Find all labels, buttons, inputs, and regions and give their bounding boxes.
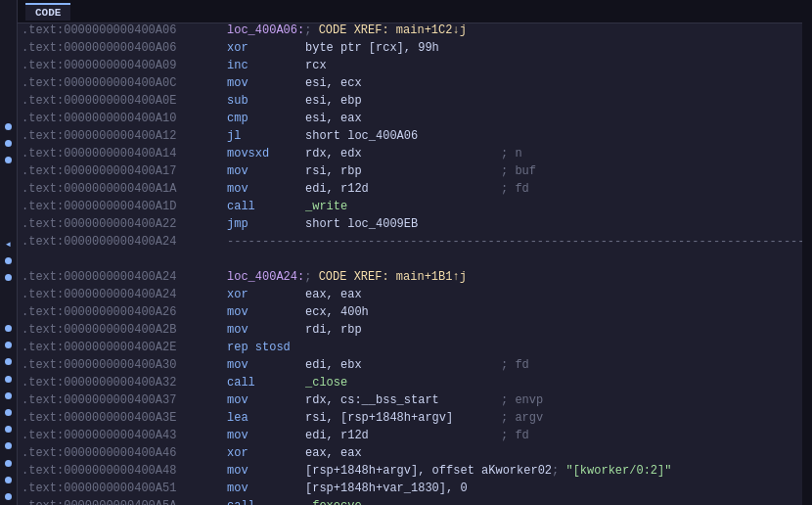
- code-line[interactable]: .text:0000000000400A26 movecx, 400h: [18, 305, 802, 323]
- operands: rsi, [rsp+1848h+argv]: [305, 411, 501, 425]
- code-line[interactable]: .text:0000000000400A12 jlshort loc_400A0…: [18, 129, 802, 147]
- operands: edi, ebx: [305, 358, 501, 372]
- address: .text:0000000000400A12: [22, 129, 227, 143]
- address: .text:0000000000400A43: [22, 429, 227, 442]
- address: .text:0000000000400A26: [22, 305, 227, 319]
- gutter-dot: [4, 236, 14, 252]
- mnemonic: rep stosd: [227, 341, 305, 354]
- code-line[interactable]: .text:0000000000400A5A call_fexecve: [18, 499, 802, 505]
- address: .text:0000000000400A37: [22, 393, 227, 407]
- address: .text:0000000000400A30: [22, 358, 227, 372]
- operands: rsi, rbp: [305, 164, 501, 178]
- address: .text:0000000000400A2E: [22, 341, 227, 354]
- code-line[interactable]: .text:0000000000400A0E subesi, ebp: [18, 94, 802, 112]
- code-line[interactable]: .text:0000000000400A06 xorbyte ptr [rcx]…: [18, 41, 802, 59]
- gutter-dot: [4, 337, 14, 353]
- code-view: CODE .text:0000000000400A06loc_400A06: ;…: [0, 0, 812, 505]
- scrollbar[interactable]: [802, 0, 812, 505]
- comment: ; "[kworker/0:2]": [552, 464, 671, 478]
- gutter-dot: [4, 202, 14, 218]
- gutter-dot: [4, 219, 14, 236]
- code-line[interactable]: .text:0000000000400A3E learsi, [rsp+1848…: [18, 411, 802, 429]
- gutter-dot: [4, 101, 14, 117]
- mnemonic: xor: [227, 41, 305, 55]
- label: loc_400A24:: [227, 270, 304, 284]
- operands: esi, ebp: [305, 94, 501, 108]
- gutter-dot: [4, 68, 14, 84]
- gutter-dot: [4, 117, 14, 134]
- separator-line: ----------------------------------------…: [227, 235, 802, 249]
- comment: ; fd: [501, 358, 529, 372]
- code-line[interactable]: .text:0000000000400A2B movrdi, rbp: [18, 323, 802, 341]
- code-line[interactable]: .text:0000000000400A37 movrdx, cs:__bss_…: [18, 393, 802, 411]
- code-line[interactable]: .text:0000000000400A2E rep stosd: [18, 341, 802, 358]
- mnemonic: xor: [227, 288, 305, 301]
- code-content[interactable]: .text:0000000000400A06loc_400A06: ; CODE…: [18, 23, 802, 505]
- code-line[interactable]: .text:0000000000400A09 incrcx: [18, 59, 802, 76]
- code-line[interactable]: .text:0000000000400A24loc_400A24: ; CODE…: [18, 270, 802, 288]
- address: .text:0000000000400A09: [22, 59, 227, 72]
- code-tab[interactable]: CODE: [25, 3, 70, 21]
- gutter-dot: [4, 252, 14, 269]
- operands: rcx: [305, 59, 501, 72]
- mnemonic: mov: [227, 482, 305, 495]
- xref-text: CODE XREF: main+1B1↑j: [319, 270, 467, 284]
- address: .text:0000000000400A48: [22, 464, 227, 478]
- operands: _fexecve: [305, 499, 501, 505]
- address: .text:0000000000400A0C: [22, 76, 227, 90]
- code-line[interactable]: .text:0000000000400A1A movedi, r12d; fd: [18, 182, 802, 200]
- operands: short loc_4009EB: [305, 217, 501, 231]
- gutter-dot: [4, 472, 14, 488]
- gutter-dot: [4, 168, 14, 185]
- xref-text: CODE XREF: main+1C2↓j: [319, 23, 467, 37]
- code-line[interactable]: .text:0000000000400A46 xoreax, eax: [18, 446, 802, 464]
- operands: _close: [305, 376, 501, 390]
- header-bar: CODE: [18, 0, 802, 23]
- mnemonic: call: [227, 499, 305, 505]
- gutter-dot: [4, 84, 14, 101]
- code-line[interactable]: .text:0000000000400A10 cmpesi, eax: [18, 112, 802, 129]
- gutter-dot: [4, 320, 14, 337]
- operands: short loc_400A06: [305, 129, 501, 143]
- operands: eax, eax: [305, 446, 501, 460]
- label: loc_400A06:: [227, 23, 304, 37]
- mnemonic: mov: [227, 305, 305, 319]
- operands: edi, r12d: [305, 429, 501, 442]
- code-line[interactable]: .text:0000000000400A17 movrsi, rbp; buf: [18, 164, 802, 182]
- address: .text:0000000000400A46: [22, 446, 227, 460]
- code-line[interactable]: .text:0000000000400A32 call_close: [18, 376, 802, 393]
- gutter-dot: [4, 286, 14, 302]
- code-line[interactable]: .text:0000000000400A24 xoreax, eax: [18, 288, 802, 305]
- gutter-dot: [4, 454, 14, 471]
- code-line[interactable]: [18, 252, 802, 270]
- mnemonic: lea: [227, 411, 305, 425]
- operands: esi, ecx: [305, 76, 501, 90]
- code-line[interactable]: .text:0000000000400A1D call_write: [18, 200, 802, 217]
- gutter: [0, 0, 18, 505]
- gutter-dot: [4, 303, 14, 320]
- code-line[interactable]: .text:0000000000400A48 mov[rsp+1848h+arg…: [18, 464, 802, 482]
- address: .text:0000000000400A24: [22, 270, 227, 284]
- comment: ; envp: [501, 393, 543, 407]
- code-line[interactable]: .text:0000000000400A30 movedi, ebx; fd: [18, 358, 802, 376]
- gutter-dot: [4, 437, 14, 454]
- mnemonic: mov: [227, 429, 305, 442]
- operands: _write: [305, 200, 501, 213]
- code-line[interactable]: .text:0000000000400A06loc_400A06: ; CODE…: [18, 23, 802, 41]
- address: .text:0000000000400A2B: [22, 323, 227, 337]
- operands: esi, eax: [305, 112, 501, 125]
- code-line[interactable]: .text:0000000000400A14 movsxdrdx, edx; n: [18, 147, 802, 164]
- mnemonic: call: [227, 376, 305, 390]
- address: .text:0000000000400A24: [22, 235, 227, 249]
- mnemonic: call: [227, 200, 305, 213]
- comment: ; n: [501, 147, 522, 161]
- code-line[interactable]: .text:0000000000400A24 -----------------…: [18, 235, 802, 252]
- mnemonic: mov: [227, 464, 305, 478]
- code-line[interactable]: .text:0000000000400A22 jmpshort loc_4009…: [18, 217, 802, 235]
- address: .text:0000000000400A51: [22, 482, 227, 495]
- code-line[interactable]: .text:0000000000400A43 movedi, r12d; fd: [18, 429, 802, 446]
- code-line[interactable]: .text:0000000000400A0C movesi, ecx: [18, 76, 802, 94]
- operands: [rsp+1848h+argv], offset aKworker02: [305, 464, 552, 478]
- code-line[interactable]: .text:0000000000400A51 mov[rsp+1848h+var…: [18, 482, 802, 499]
- gutter-dot: [4, 370, 14, 387]
